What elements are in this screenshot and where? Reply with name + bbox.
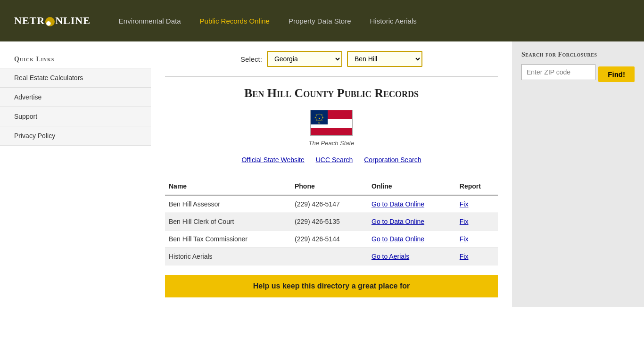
row-online: Go to Data Online xyxy=(368,195,456,213)
row-phone xyxy=(291,248,368,265)
row-phone: (229) 426-5144 xyxy=(291,230,368,248)
sidebar-item-privacy[interactable]: Privacy Policy xyxy=(0,126,151,146)
state-select[interactable]: Georgia Alabama Alaska Arizona Arkansas … xyxy=(267,51,342,67)
ucc-search-link[interactable]: UCC Search xyxy=(316,156,353,164)
svg-text:★: ★ xyxy=(315,114,317,116)
state-flag: ★ ★ ★ ★ ★ ★ ★ GA xyxy=(310,110,353,136)
col-name: Name xyxy=(165,178,291,195)
svg-text:GA: GA xyxy=(318,122,320,124)
select-row: Select: Georgia Alabama Alaska Arizona A… xyxy=(165,51,498,77)
content-wrapper: Select: Georgia Alabama Alaska Arizona A… xyxy=(151,41,644,307)
svg-text:★: ★ xyxy=(321,114,323,116)
table-row: Historic Aerials Go to Aerials Fix xyxy=(165,248,498,265)
county-select[interactable]: Ben Hill Berrien Bibb Bleckley Brantley … xyxy=(347,51,422,67)
row-online: Go to Data Online xyxy=(368,213,456,230)
find-button[interactable]: Find! xyxy=(598,66,635,82)
col-report: Report xyxy=(456,178,498,195)
main-content: Select: Georgia Alabama Alaska Arizona A… xyxy=(151,41,512,307)
row-phone: (229) 426-5147 xyxy=(291,195,368,213)
row-report: Fix xyxy=(456,248,498,265)
row-name: Ben Hill Assessor xyxy=(165,195,291,213)
row-report: Fix xyxy=(456,213,498,230)
foreclosure-title: Search for Forclosures xyxy=(521,51,635,58)
corporation-search-link[interactable]: Corporation Search xyxy=(364,156,421,164)
right-panel: Search for Forclosures Find! xyxy=(512,41,644,307)
online-link[interactable]: Go to Aerials xyxy=(372,253,409,260)
online-link[interactable]: Go to Data Online xyxy=(372,200,424,208)
row-report: Fix xyxy=(456,195,498,213)
nav-property-data[interactable]: Property Data Store xyxy=(289,17,351,25)
table-row: Ben Hill Clerk of Court (229) 426-5135 G… xyxy=(165,213,498,230)
fix-link[interactable]: Fix xyxy=(460,218,469,225)
state-links: Official State Website UCC Search Corpor… xyxy=(165,156,498,164)
svg-text:★: ★ xyxy=(321,119,323,121)
select-label: Select: xyxy=(240,55,262,63)
fix-link[interactable]: Fix xyxy=(460,253,469,260)
online-link[interactable]: Go to Data Online xyxy=(372,218,424,225)
sidebar: Quick Links Real Estate Calculators Adve… xyxy=(0,41,151,307)
row-phone: (229) 426-5135 xyxy=(291,213,368,230)
row-online: Go to Data Online xyxy=(368,230,456,248)
row-report: Fix xyxy=(456,230,498,248)
nav-public-records[interactable]: Public Records Online xyxy=(200,17,270,25)
main-nav: Environmental Data Public Records Online… xyxy=(119,17,417,25)
row-online: Go to Aerials xyxy=(368,248,456,265)
nav-environmental[interactable]: Environmental Data xyxy=(119,17,181,25)
online-link[interactable]: Go to Data Online xyxy=(372,235,424,243)
globe-icon: ● xyxy=(45,17,55,26)
row-name: Ben Hill Tax Commissioner xyxy=(165,230,291,248)
bottom-banner: Help us keep this directory a great plac… xyxy=(165,275,498,297)
zip-input[interactable] xyxy=(521,64,595,80)
zip-search-form: Find! xyxy=(521,64,635,84)
col-phone: Phone xyxy=(291,178,368,195)
page-body: Quick Links Real Estate Calculators Adve… xyxy=(0,41,644,307)
table-row: Ben Hill Assessor (229) 426-5147 Go to D… xyxy=(165,195,498,213)
county-title: Ben Hill County Public Records xyxy=(165,86,498,100)
site-header: NETR●NLINE Environmental Data Public Rec… xyxy=(0,0,644,41)
row-name: Ben Hill Clerk of Court xyxy=(165,213,291,230)
official-state-link[interactable]: Official State Website xyxy=(241,156,304,164)
nav-historic-aerials[interactable]: Historic Aerials xyxy=(370,17,417,25)
table-row: Ben Hill Tax Commissioner (229) 426-5144… xyxy=(165,230,498,248)
fix-link[interactable]: Fix xyxy=(460,200,469,208)
sidebar-item-advertise[interactable]: Advertise xyxy=(0,87,151,107)
sidebar-title: Quick Links xyxy=(0,51,151,68)
row-name: Historic Aerials xyxy=(165,248,291,265)
fix-link[interactable]: Fix xyxy=(460,235,469,243)
sidebar-item-support[interactable]: Support xyxy=(0,107,151,126)
records-table: Name Phone Online Report Ben Hill Assess… xyxy=(165,178,498,265)
flag-area: ★ ★ ★ ★ ★ ★ ★ GA The Peach State xyxy=(165,110,498,147)
site-logo[interactable]: NETR●NLINE xyxy=(14,15,91,27)
sidebar-item-real-estate[interactable]: Real Estate Calculators xyxy=(0,68,151,87)
col-online: Online xyxy=(368,178,456,195)
flag-caption: The Peach State xyxy=(165,140,498,147)
svg-text:★: ★ xyxy=(315,119,317,121)
